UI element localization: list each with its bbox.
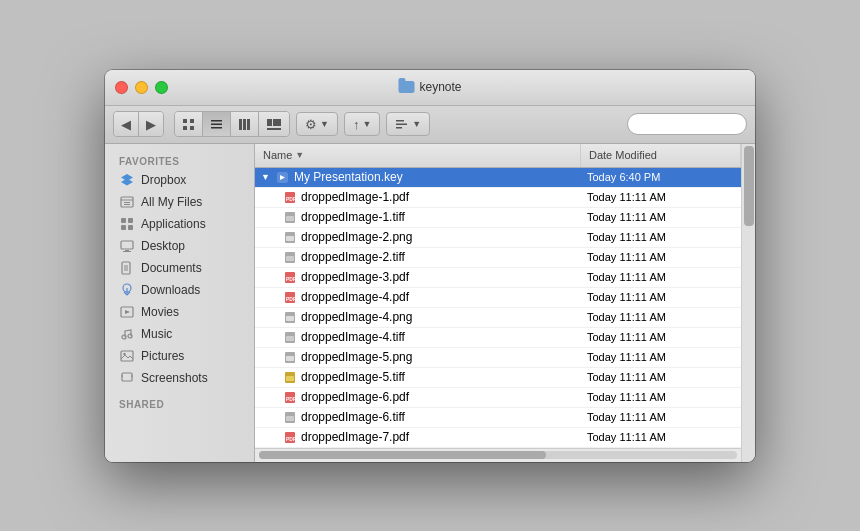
svg-rect-13 [396,120,404,122]
file-name: droppedImage-5.png [301,350,412,364]
sidebar-item-dropbox[interactable]: Dropbox [105,169,254,191]
file-name-cell: droppedImage-5.png [255,350,581,364]
png-icon [283,310,297,324]
table-row[interactable]: droppedImage-6.tiff Today 11:11 AM [255,408,741,428]
search-input[interactable] [627,113,747,135]
svg-text:PDF: PDF [286,396,296,402]
sidebar-item-documents[interactable]: Documents [105,257,254,279]
folder-icon [398,81,414,93]
table-row[interactable]: droppedImage-5.png Today 11:11 AM [255,348,741,368]
png-icon [283,350,297,364]
sidebar: FAVORITES Dropbox All My Files Applicati… [105,144,255,462]
downloads-icon [119,282,135,298]
file-date-cell: Today 11:11 AM [581,271,741,283]
close-button[interactable] [115,81,128,94]
file-date-cell: Today 11:11 AM [581,231,741,243]
icon-view-button[interactable] [175,112,203,136]
sidebar-item-label: Pictures [141,349,184,363]
arrange-dropdown-arrow: ▼ [412,119,421,129]
svg-rect-24 [121,225,126,230]
file-name: droppedImage-4.png [301,310,412,324]
vertical-scrollbar[interactable] [741,144,755,462]
svg-rect-51 [286,236,294,241]
svg-rect-61 [286,336,294,341]
sidebar-item-downloads[interactable]: Downloads [105,279,254,301]
horizontal-scrollbar[interactable] [255,448,741,462]
traffic-lights [115,81,168,94]
pdf-icon: PDF [283,190,297,204]
file-name-cell: PDF droppedImage-3.pdf [255,270,581,284]
svg-text:PDF: PDF [286,296,296,302]
tiff-icon [283,210,297,224]
table-row[interactable]: ▼ My Presentation.key Today 6:40 PM [255,168,741,188]
svg-rect-1 [190,119,194,123]
search-wrapper: 🔍 [627,113,747,135]
svg-marker-17 [121,178,133,185]
svg-text:PDF: PDF [286,276,296,282]
content-area: FAVORITES Dropbox All My Files Applicati… [105,144,755,462]
arrange-icon [395,118,409,131]
svg-rect-63 [286,356,294,361]
table-row[interactable]: droppedImage-5.tiff Today 11:11 AM [255,368,741,388]
list-view-button[interactable] [203,112,231,136]
table-row[interactable]: PDF droppedImage-7.pdf Today 11:11 AM [255,428,741,448]
pdf-icon: PDF [283,390,297,404]
file-name-cell: droppedImage-4.tiff [255,330,581,344]
file-date-cell: Today 11:11 AM [581,431,741,443]
file-name-cell: droppedImage-6.tiff [255,410,581,424]
column-view-button[interactable] [231,112,259,136]
table-row[interactable]: droppedImage-2.png Today 11:11 AM [255,228,741,248]
sidebar-item-applications[interactable]: Applications [105,213,254,235]
finder-window: keynote ◀ ▶ [105,70,755,462]
svg-rect-11 [273,119,281,126]
svg-rect-0 [183,119,187,123]
action-button[interactable]: ⚙ ▼ [296,112,338,136]
file-name: droppedImage-7.pdf [301,430,409,444]
file-name-cell: droppedImage-2.tiff [255,250,581,264]
table-row[interactable]: droppedImage-4.tiff Today 11:11 AM [255,328,741,348]
sidebar-item-label: Screenshots [141,371,208,385]
svg-text:PDF: PDF [286,436,296,442]
sidebar-item-label: Music [141,327,172,341]
table-row[interactable]: droppedImage-1.tiff Today 11:11 AM [255,208,741,228]
svg-rect-49 [286,216,294,221]
file-name: droppedImage-5.tiff [301,370,405,384]
svg-point-37 [122,335,126,339]
forward-button[interactable]: ▶ [139,112,163,136]
file-date-cell: Today 11:11 AM [581,191,741,203]
pdf-icon: PDF [283,430,297,444]
file-name: droppedImage-1.tiff [301,210,405,224]
maximize-button[interactable] [155,81,168,94]
table-row[interactable]: PDF droppedImage-4.pdf Today 11:11 AM [255,288,741,308]
sidebar-item-music[interactable]: Music [105,323,254,345]
scroll-thumb[interactable] [259,451,546,459]
svg-rect-2 [183,126,187,130]
sidebar-item-all-my-files[interactable]: All My Files [105,191,254,213]
toolbar: ◀ ▶ [105,106,755,144]
share-button[interactable]: ↑ ▼ [344,112,380,136]
back-button[interactable]: ◀ [114,112,139,136]
table-row[interactable]: PDF droppedImage-3.pdf Today 11:11 AM [255,268,741,288]
file-name: droppedImage-2.png [301,230,412,244]
cover-flow-button[interactable] [259,112,289,136]
sidebar-item-pictures[interactable]: Pictures [105,345,254,367]
sidebar-item-label: Desktop [141,239,185,253]
sidebar-item-desktop[interactable]: Desktop [105,235,254,257]
table-row[interactable]: droppedImage-4.png Today 11:11 AM [255,308,741,328]
view-buttons [174,111,290,137]
table-row[interactable]: droppedImage-2.tiff Today 11:11 AM [255,248,741,268]
file-date-cell: Today 11:11 AM [581,291,741,303]
sidebar-item-label: Applications [141,217,206,231]
table-row[interactable]: PDF droppedImage-6.pdf Today 11:11 AM [255,388,741,408]
sidebar-item-screenshots[interactable]: Screenshots [105,367,254,389]
arrange-button[interactable]: ▼ [386,112,430,136]
date-column-header[interactable]: Date Modified [581,144,741,167]
sidebar-item-label: Downloads [141,283,200,297]
minimize-button[interactable] [135,81,148,94]
file-date-cell: Today 11:11 AM [581,331,741,343]
expand-arrow: ▼ [261,172,270,182]
sidebar-item-movies[interactable]: Movies [105,301,254,323]
name-column-header[interactable]: Name ▼ [255,144,581,167]
file-name: droppedImage-6.tiff [301,410,405,424]
table-row[interactable]: PDF droppedImage-1.pdf Today 11:11 AM [255,188,741,208]
